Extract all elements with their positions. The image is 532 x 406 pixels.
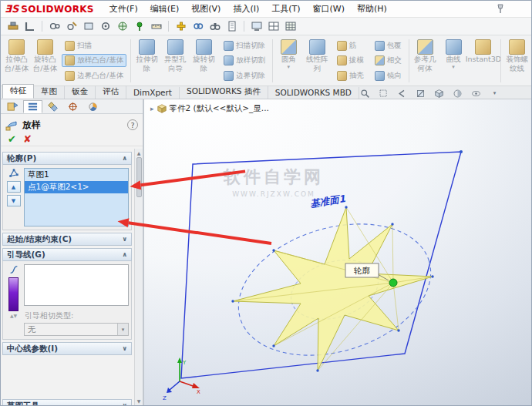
gear-icon[interactable]	[98, 19, 113, 34]
ribbon-loft-button[interactable]: 放样凸台/基体	[62, 54, 126, 67]
ribbon-rib-button[interactable]: 筋	[334, 39, 367, 52]
clamp-icon[interactable]	[5, 19, 20, 34]
menu-tools[interactable]: 工具(T)	[265, 1, 306, 17]
boundary-cut-icon	[224, 71, 234, 81]
part-icon	[157, 104, 167, 113]
ribbon-hole-wizard-button[interactable]: 异型孔 向导	[161, 37, 190, 85]
guide-reorder-arrows-icon[interactable]: ▲▼	[10, 314, 17, 319]
ribbon-sweep-cut-button[interactable]: 扫描切除	[221, 39, 268, 52]
graphics-viewport[interactable]: ▸ 零件2 (默认<<默认>_显... 软件自学网 WWW.RJZXW.COM …	[144, 99, 531, 405]
move-profile-down-button[interactable]: ▼	[7, 195, 21, 206]
menu-insert[interactable]: 插入(I)	[227, 1, 265, 17]
guide-curves-section-body: ▲▼ 引导相切类型: 无 ▾	[2, 261, 132, 340]
ribbon-fillet-button[interactable]: 圆角 ▾	[274, 37, 303, 85]
menu-help[interactable]: 帮助(H)	[351, 1, 393, 17]
ribbon-extrude-cut-button[interactable]: 拉伸切 除	[133, 37, 161, 85]
guide-curves-section-header[interactable]: 引导线(G) ∧	[2, 248, 132, 261]
feature-tree-flyout[interactable]: ▸ 零件2 (默认<<默认>_显...	[150, 103, 269, 114]
tab-dimxpert[interactable]: DimXpert	[126, 87, 180, 99]
window-panes-icon[interactable]	[266, 19, 281, 34]
zoom-fit-icon[interactable]	[359, 88, 371, 99]
tab-sketch[interactable]: 草图	[34, 86, 65, 99]
profile-list-item-selected[interactable]: 点1@草图2<1>	[25, 181, 128, 193]
guide-tangency-dropdown[interactable]: 无 ▾	[24, 323, 129, 336]
ribbon-instant3d-button[interactable]: Instant3D	[468, 37, 500, 85]
tab-solidworks-mbd[interactable]: SOLIDWORKS MBD	[268, 87, 359, 99]
start-end-constraints-section-header[interactable]: 起始/结束约束(C) ∨	[2, 233, 132, 246]
tab-features[interactable]: 特征	[2, 84, 34, 99]
ribbon-shell-button[interactable]: 抽壳	[334, 69, 367, 82]
previous-view-icon[interactable]	[396, 88, 408, 99]
dimxpert-manager-tab[interactable]	[63, 100, 82, 113]
menu-file[interactable]: 文件(F)	[103, 1, 144, 17]
view-orientation-icon[interactable]	[433, 88, 445, 99]
measure-icon[interactable]	[149, 19, 163, 34]
add-icon[interactable]	[173, 19, 188, 34]
box-icon[interactable]	[81, 19, 96, 34]
ribbon-reference-geometry-button[interactable]: 参考几 何体	[411, 37, 439, 85]
grid-table-icon[interactable]	[283, 19, 298, 34]
ribbon-thread-button[interactable]: 装饰螺 纹线	[503, 37, 531, 85]
zoom-area-icon[interactable]	[378, 88, 389, 99]
hide-show-items-icon[interactable]	[470, 88, 482, 99]
ribbon-revolve-boss-button[interactable]: 旋转凸 台/基体	[31, 37, 59, 85]
binoculars-icon[interactable]	[207, 19, 222, 34]
profiles-section-header[interactable]: 轮廓(P) ∧	[2, 152, 132, 165]
cut-stack: 扫描切除 放样切割 边界切除	[218, 37, 271, 85]
scrollbar-up-icon[interactable]: ▲	[137, 149, 141, 157]
feature-tree-item-label[interactable]: 零件2 (默认<<默认>_显...	[170, 103, 269, 114]
ribbon-extrude-boss-button[interactable]: 拉伸凸 台/基体	[2, 37, 31, 85]
tab-sheet-metal[interactable]: 钣金	[65, 86, 96, 99]
cancel-button[interactable]: ✘	[23, 134, 32, 144]
circles-icon[interactable]	[190, 19, 205, 34]
view-settings-dropdown-icon[interactable]: ▾	[489, 88, 500, 99]
guide-curves-listbox[interactable]	[24, 264, 129, 306]
tree-expand-icon[interactable]: ▸	[150, 105, 154, 112]
section-view-icon[interactable]	[415, 88, 426, 99]
ribbon-wrap-button[interactable]: 包覆	[372, 39, 405, 52]
panel-scrollbar[interactable]: ▲ ▼	[134, 149, 143, 405]
menu-pin-icon[interactable]	[496, 4, 505, 14]
centerline-parameters-section-header[interactable]: 中心线参数(I) ∨	[2, 342, 132, 355]
scrollbar-down-icon[interactable]: ▼	[137, 397, 141, 405]
display-style-icon[interactable]	[452, 88, 463, 99]
sketch-tools-section-header[interactable]: 草图工具 ∨	[2, 399, 132, 406]
ribbon-sweep-button[interactable]: 扫描	[62, 39, 126, 52]
ribbon-boundary-button[interactable]: 边界凸台/基体	[62, 69, 126, 82]
ribbon-intersect-button[interactable]: 相交	[372, 54, 405, 67]
profiles-listbox[interactable]: 草图1 点1@草图2<1>	[24, 168, 129, 226]
gears-icon[interactable]	[47, 19, 62, 34]
profile-list-item[interactable]: 草图1	[25, 169, 128, 181]
fillet-icon	[281, 39, 297, 55]
configuration-manager-tab[interactable]	[43, 100, 62, 113]
ribbon-linear-pattern-button[interactable]: 线性阵 列	[303, 37, 332, 85]
ribbon-draft-button[interactable]: 拔模	[334, 54, 367, 67]
feature-manager-tree-tab[interactable]	[3, 100, 22, 113]
draft-icon	[337, 55, 347, 65]
menu-view[interactable]: 视图(V)	[185, 1, 227, 17]
scrollbar-thumb[interactable]	[136, 157, 142, 197]
globe-icon[interactable]	[115, 19, 130, 34]
display-manager-tab[interactable]	[83, 100, 103, 113]
ribbon-mirror-button[interactable]: 镜向	[372, 69, 405, 82]
location-pin-icon[interactable]	[132, 19, 146, 34]
ribbon-revolve-cut-button[interactable]: 旋转切 除	[190, 37, 218, 85]
document-icon[interactable]	[224, 19, 239, 34]
display-icon[interactable]	[249, 19, 264, 34]
menu-window[interactable]: 窗口(W)	[307, 1, 351, 17]
tab-solidworks-addins[interactable]: SOLIDWORKS 插件	[180, 86, 268, 99]
guide-influence-slider[interactable]	[8, 277, 19, 311]
ribbon-boundary-cut-button[interactable]: 边界切除	[221, 69, 268, 82]
ok-button[interactable]: ✔	[8, 134, 16, 144]
feature-title: 放样	[22, 119, 41, 132]
move-profile-up-button[interactable]: ▲	[7, 181, 21, 193]
menu-edit[interactable]: 编辑(E)	[144, 1, 186, 17]
ribbon-loft-cut-button[interactable]: 放样切割	[221, 54, 268, 67]
property-manager-tab[interactable]	[23, 100, 42, 113]
loft-apex-point[interactable]	[389, 279, 397, 287]
ribbon-curves-button[interactable]: 曲线 ▾	[439, 37, 468, 85]
help-icon[interactable]: ?	[127, 119, 138, 130]
ruler-corner-icon[interactable]	[22, 19, 37, 34]
gear-edit-icon[interactable]	[64, 19, 79, 34]
tab-evaluate[interactable]: 评估	[96, 86, 126, 99]
